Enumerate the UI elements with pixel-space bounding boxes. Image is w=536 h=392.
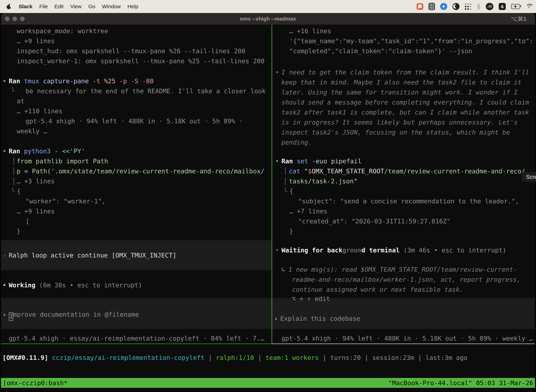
thinking-text: •I need to get the claim token from the … <box>275 67 529 77</box>
omx-status-line: [OMX#0.11.9] cczip/essay/ai-reimplementa… <box>2 353 467 363</box>
ran-tmux-command-line: •Ran tmux capture-pane -t %25 -p -S -80 <box>2 76 153 86</box>
close-window-button[interactable] <box>5 17 10 21</box>
input-source-icon[interactable]: A <box>499 3 506 10</box>
terminal-line: weekly … <box>17 126 47 136</box>
lightning-badge-icon[interactable] <box>440 3 447 10</box>
thinking-text: inspect task2's JSON, focusing on the st… <box>281 127 510 137</box>
terminal-line: │cat "$OMX_TEAM_STATE_ROOT/team/review-c… <box>283 166 525 176</box>
terminal-line: ] <box>25 216 29 226</box>
terminal-line: │from pathlib import Path <box>12 156 108 166</box>
screen-recording-icon[interactable] <box>416 3 423 10</box>
tmux-host-clock-label: "MacBook-Pro-44.local" 05:03 31-Mar-26 <box>388 379 533 387</box>
thinking-text: later. Using the same for transition mig… <box>281 87 518 97</box>
menu-item-app[interactable]: Slack <box>15 4 36 9</box>
terminal-line: … +110 lines <box>17 106 62 116</box>
terminal-line: "subject": "send a concise recommendatio… <box>298 196 519 206</box>
keypad-grid-icon[interactable] <box>429 3 435 10</box>
window-titlebar[interactable]: omx --xhigh --madmax ⌥⌘1 <box>1 13 535 25</box>
terminal-line: "completed","claim_token":"claim-token"}… <box>289 46 472 56</box>
dots-grid-icon[interactable] <box>465 3 472 10</box>
menu-item-view[interactable]: View <box>67 4 85 9</box>
prompt-input-left[interactable]: ›Improve documentation in @filename <box>2 309 139 319</box>
terminal-line: … +9 lines <box>17 206 55 216</box>
terminal-line: "worker": "worker-1", <box>25 196 105 206</box>
menu-bar-status-icons: § ..61 A <box>416 0 533 13</box>
apple-menu-icon[interactable] <box>6 4 12 9</box>
text-cursor: I <box>9 312 13 321</box>
terminal-line: │p = Path('.omx/state/team/review-curren… <box>12 166 264 176</box>
menu-item-file[interactable]: File <box>36 4 51 9</box>
terminal-line: } <box>17 226 21 236</box>
terminal-line: at <box>17 96 24 106</box>
menu-item-window[interactable]: Window <box>99 4 124 9</box>
left-pane-border <box>1 344 272 344</box>
battery-icon[interactable] <box>511 4 520 9</box>
screen-tooltip: Scre <box>522 172 536 182</box>
terminal-line: └{ <box>283 186 293 196</box>
menu-item-help[interactable]: Help <box>124 4 142 9</box>
terminal-line: └{ <box>11 186 21 196</box>
terminal-line: │tasks/task-2.json" <box>283 176 358 186</box>
traffic-lights <box>5 17 25 21</box>
moon-badge-icon[interactable] <box>452 3 459 10</box>
mailbox-message: readme-and-reco/mailbox/worker-1.json, a… <box>292 275 521 285</box>
model-status-left: gpt-5.4 xhigh · essay/ai-reimplementatio… <box>9 333 264 343</box>
working-status-line: •Working (6m 38s • esc to interrupt) <box>2 280 142 290</box>
timer-badge-icon[interactable]: ..61 <box>486 3 493 10</box>
right-pane-border <box>272 344 535 344</box>
terminal-line: inspect_worker-1: omx sparkshell --tmux-… <box>17 56 264 66</box>
thinking-text: task2 after task1 is complete, but can I… <box>281 107 529 117</box>
wifi-icon[interactable] <box>526 4 533 9</box>
terminal-line: "created_at": "2026-03-31T11:59:27.816Z" <box>298 216 450 226</box>
model-status-right: gpt-5.4 xhigh · 94% left · 488K in · 5.1… <box>281 333 533 343</box>
terminal-line: └be necessary for the end of the README.… <box>11 86 266 96</box>
thinking-text: should send a message before completing … <box>281 97 529 107</box>
waiting-status-line: •Waiting for background terminal (3m 46s… <box>275 245 506 255</box>
terminal-line: gpt-5.4 xhigh · 94% left · 488K in · 5.1… <box>25 116 243 126</box>
prompt-input-right[interactable]: ›Explain this codebase <box>274 313 360 323</box>
terminal-line: │… +3 lines <box>12 176 55 186</box>
tmux-status-bar: [omx-cczip0:bash* "MacBook-Pro-44.local"… <box>1 378 535 388</box>
tmux-session-window-label[interactable]: [omx-cczip0:bash* <box>3 379 67 387</box>
squiggle-icon[interactable]: § <box>477 3 480 10</box>
terminal-line: … +9 lines <box>17 36 55 46</box>
terminal-line: } <box>289 226 293 236</box>
zoom-window-button[interactable] <box>20 17 25 21</box>
terminal-line: '{"team_name":"my-team","task_id":"1","f… <box>289 36 533 46</box>
desktop: { "menu_bar": { "app_name": "Slack", "it… <box>0 0 536 392</box>
terminal-line: … +7 lines <box>289 206 327 216</box>
menu-item-edit[interactable]: Edit <box>51 4 67 9</box>
pane-divider[interactable] <box>272 25 272 344</box>
terminal-line: … +16 lines <box>289 26 331 36</box>
menu-bar: Slack File Edit View Go Window Help § ..… <box>0 0 536 13</box>
mailbox-message: continue assigned work or next feasible … <box>292 285 463 294</box>
thinking-text: is in progress? It seems likely but perh… <box>281 117 518 127</box>
window-title: omx --xhigh --madmax <box>240 16 296 22</box>
minimize-window-button[interactable] <box>13 17 17 21</box>
ran-set-command-line: •Ran set -euo pipefail <box>275 156 362 166</box>
edit-hint: ⌥ + ↑ edit <box>292 294 330 304</box>
terminal-line: inspect_hud: omx sparkshell --tmux-pane … <box>17 46 245 56</box>
thinking-text: keep that in mind. Maybe I also need the… <box>281 77 522 87</box>
window-shortcut-badge: ⌥⌘1 <box>511 15 526 22</box>
mailbox-message: ↳1 new msg(s): read $OMX_TEAM_STATE_ROOT… <box>281 265 517 275</box>
terminal-line: workspace_mode: worktree <box>17 26 108 36</box>
menu-item-go[interactable]: Go <box>85 4 99 9</box>
ralph-loop-banner: ›Ralph loop active continue [OMX_TMUX_IN… <box>2 250 176 260</box>
ran-python-command-line: •Ran python3 - <<'PY' <box>2 146 85 156</box>
thinking-text: pending. <box>281 137 312 147</box>
